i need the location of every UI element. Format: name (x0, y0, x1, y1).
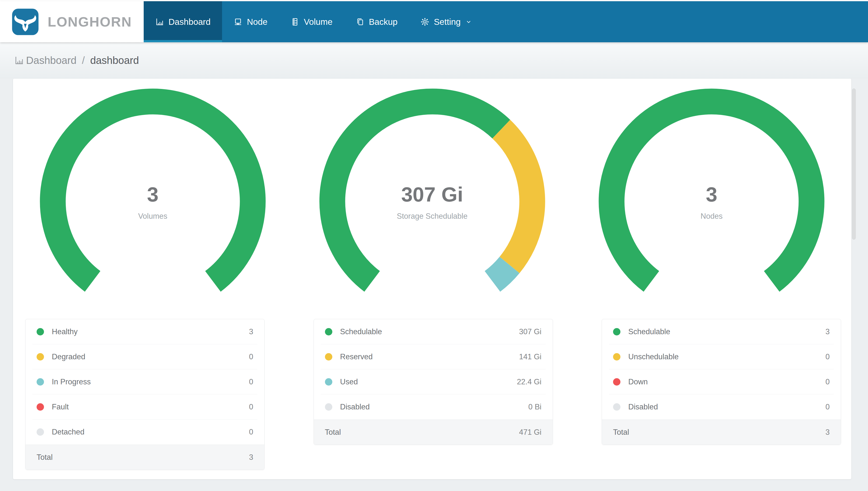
nav-item-dashboard[interactable]: Dashboard (144, 1, 222, 42)
storage-caption: Storage Schedulable (359, 211, 506, 221)
volumes-gauge: 3 Volumes (13, 88, 292, 315)
breadcrumb-separator: / (82, 55, 85, 66)
legend-value: 0 (826, 403, 830, 411)
status-dot-icon (613, 378, 620, 385)
legend-row: Degraded 0 (32, 344, 257, 369)
total-label: Total (37, 453, 53, 462)
nav-label: Dashboard (168, 17, 211, 27)
legend-tables-row: Healthy 3 Degraded 0 In Progress 0 Fault… (13, 319, 851, 470)
nodes-caption: Nodes (638, 211, 785, 221)
status-dot-icon (325, 403, 332, 411)
storage-gauge: 307 Gi Storage Schedulable (292, 88, 572, 315)
legend-row: Disabled 0 (609, 395, 834, 420)
legend-value: 0 Bi (528, 403, 541, 411)
top-navbar: LONGHORN Dashboard Node Volume (0, 1, 868, 42)
nav-item-volume[interactable]: Volume (279, 1, 344, 42)
legend-value: 22.4 Gi (517, 377, 541, 386)
nodes-legend-table: Schedulable 3 Unschedulable 0 Down 0 Dis… (602, 319, 841, 445)
gauges-row: 3 Volumes 307 Gi Storage Schedulable 3 N… (13, 79, 851, 315)
status-dot-icon (37, 428, 44, 436)
legend-row: Schedulable 307 Gi (321, 319, 546, 344)
breadcrumb-section[interactable]: Dashboard (26, 55, 76, 66)
dashboard-card: 3 Volumes 307 Gi Storage Schedulable 3 N… (13, 79, 851, 479)
nav-item-backup[interactable]: Backup (344, 1, 409, 42)
legend-label: Disabled (340, 403, 370, 411)
legend-value: 3 (826, 327, 830, 336)
status-dot-icon (325, 353, 332, 360)
legend-row: Unschedulable 0 (609, 344, 834, 369)
legend-label: Degraded (52, 352, 85, 361)
volumes-legend-table: Healthy 3 Degraded 0 In Progress 0 Fault… (25, 319, 265, 470)
legend-label: Disabled (628, 403, 658, 411)
legend-row: Schedulable 3 (609, 319, 834, 344)
status-dot-icon (325, 328, 332, 336)
brand-logo[interactable]: LONGHORN (0, 1, 144, 42)
legend-value: 0 (826, 352, 830, 361)
status-dot-icon (325, 378, 332, 385)
total-value: 471 Gi (519, 428, 541, 437)
bar-chart-icon (14, 56, 24, 65)
legend-row: In Progress 0 (32, 369, 257, 395)
legend-label: Unschedulable (628, 352, 679, 361)
main-nav: Dashboard Node Volume Backup (144, 1, 484, 42)
legend-value: 141 Gi (519, 352, 541, 361)
legend-row: Disabled 0 Bi (321, 395, 546, 420)
legend-row: Used 22.4 Gi (321, 369, 546, 395)
legend-value: 0 (826, 377, 830, 386)
status-dot-icon (613, 403, 620, 411)
total-label: Total (613, 428, 629, 437)
status-dot-icon (37, 353, 44, 360)
longhorn-bull-icon (11, 8, 39, 36)
gear-icon (421, 18, 429, 26)
volumes-count: 3 (79, 182, 226, 206)
backup-icon (355, 18, 365, 26)
legend-value: 3 (249, 327, 253, 336)
table-total-row: Total 3 (26, 444, 264, 470)
legend-label: Schedulable (340, 327, 382, 336)
legend-row: Detached 0 (32, 420, 257, 444)
legend-row: Reserved 141 Gi (321, 344, 546, 369)
nav-item-setting[interactable]: Setting (409, 1, 484, 42)
table-total-row: Total 3 (602, 420, 841, 444)
breadcrumb-current-page: dashboard (90, 55, 139, 66)
legend-value: 0 (249, 403, 253, 411)
nodes-count: 3 (638, 182, 785, 206)
legend-label: Healthy (52, 327, 78, 336)
nav-label: Node (247, 17, 268, 27)
nav-item-node[interactable]: Node (222, 1, 279, 42)
bar-chart-icon (155, 18, 164, 26)
legend-row: Down 0 (609, 369, 834, 395)
legend-row: Healthy 3 (32, 319, 257, 344)
legend-value: 307 Gi (519, 327, 541, 336)
nav-label: Setting (434, 17, 461, 27)
storage-legend-table: Schedulable 307 Gi Reserved 141 Gi Used … (314, 319, 553, 445)
nav-label: Volume (304, 17, 333, 27)
storage-schedulable-value: 307 Gi (359, 182, 506, 206)
legend-value: 0 (249, 377, 253, 386)
table-total-row: Total 471 Gi (314, 420, 553, 444)
total-label: Total (325, 428, 341, 437)
status-dot-icon (613, 353, 620, 360)
status-dot-icon (37, 403, 44, 411)
legend-label: Schedulable (628, 327, 670, 336)
legend-value: 0 (249, 352, 253, 361)
volume-icon (290, 18, 300, 26)
gauge-segment (492, 265, 509, 281)
status-dot-icon (37, 328, 44, 336)
total-value: 3 (249, 453, 253, 462)
legend-label: Used (340, 377, 358, 386)
chevron-down-icon (465, 19, 472, 25)
legend-label: Detached (52, 428, 85, 436)
vertical-scrollbar-thumb[interactable] (852, 88, 856, 240)
node-icon (234, 18, 242, 26)
legend-label: In Progress (52, 377, 91, 386)
legend-label: Reserved (340, 352, 373, 361)
brand-name: LONGHORN (48, 14, 132, 30)
volumes-caption: Volumes (79, 211, 226, 221)
breadcrumb: Dashboard / dashboard (0, 42, 868, 79)
nav-label: Backup (369, 17, 398, 27)
nodes-gauge: 3 Nodes (572, 88, 851, 315)
legend-value: 0 (249, 428, 253, 436)
status-dot-icon (37, 378, 44, 385)
total-value: 3 (826, 428, 830, 437)
